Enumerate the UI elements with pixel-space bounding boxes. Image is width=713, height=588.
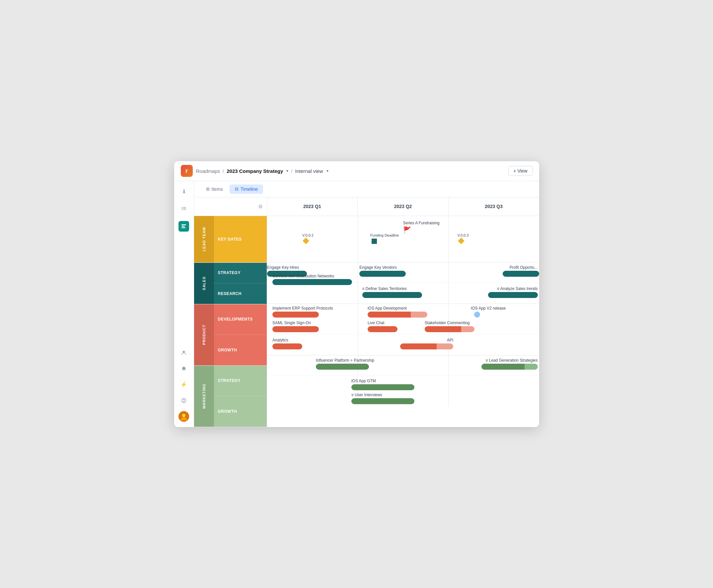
tl-row-sales-research: ≡ Define Sales Territories ≡ Analyze Sal…	[267, 283, 539, 303]
item-stakeholder[interactable]: Stakeholder Commenting	[425, 320, 475, 332]
tl-row-marketing-growth: iOS App GTM ≡ User Interviews	[267, 376, 539, 406]
subgroup-marketing-growth: GROWTH	[214, 396, 267, 427]
q1-div-ss	[358, 262, 358, 283]
item-ios-v2[interactable]: IOS App V2 release	[471, 306, 506, 318]
item-ios-dev-bar-main	[368, 312, 411, 318]
item-saml[interactable]: SAML Single Sign-On	[272, 320, 319, 332]
svg-point-11	[184, 401, 184, 402]
sidebar-icon-help[interactable]	[179, 395, 189, 406]
group-product-label: PRODUCT	[201, 322, 207, 348]
item-ios-dev-bar-light	[411, 312, 427, 318]
item-engage-vendors[interactable]: Engage Key Vendors	[359, 265, 406, 277]
item-livechat[interactable]: Live Chat	[368, 320, 397, 332]
marketing-subgroups: STRATEGY GROWTH	[214, 366, 267, 427]
quarter-q1: 2023 Q1	[267, 197, 358, 216]
group-marketing: MARKETING STRATEGY GROWTH	[194, 366, 267, 427]
q1-div-sr	[358, 283, 358, 303]
settings-icon[interactable]: ⚙	[258, 204, 263, 210]
item-api-bars	[400, 343, 453, 350]
item-api[interactable]: API	[400, 338, 453, 350]
item-saml-bar	[272, 326, 319, 332]
group-sales-label: SALES	[201, 274, 207, 293]
roadmap-body: ⚙ LEAD TEAM KEY DATES	[194, 197, 539, 427]
item-distribution-label: Connect with Distribution Networks	[272, 274, 352, 278]
chevron-down-icon-1[interactable]: ▾	[286, 169, 288, 173]
timeline-body: Series A Fundraising 🚩 V.0.0.2	[267, 216, 539, 427]
item-erp-bar	[272, 312, 319, 318]
flag-series-a-label: Series A Fundraising	[403, 220, 440, 225]
svg-point-9	[183, 351, 185, 353]
svg-rect-3	[183, 208, 186, 209]
tl-row-product-growth: Analytics API	[267, 335, 539, 355]
sidebar-icon-list[interactable]	[179, 204, 189, 214]
item-ios-dev[interactable]: iOS App Development	[368, 306, 427, 318]
breadcrumb-roadmaps[interactable]: Roadmaps	[196, 168, 220, 174]
item-api-bar-main	[400, 343, 437, 350]
sales-subgroups: STRATEGY RESEARCH	[214, 263, 267, 304]
item-analyze-sales[interactable]: ≡ Analyze Sales trends	[488, 286, 538, 298]
breadcrumb: Roadmaps / 2023 Company Strategy ▾ / Int…	[196, 168, 329, 174]
tl-row-sales-strategy: Engage Key Hires Engage Key Vendors	[267, 262, 539, 283]
timeline-area: 2023 Q1 2023 Q2 2023 Q3	[267, 197, 539, 427]
svg-rect-8	[182, 227, 186, 228]
milestone-v002-diamond	[302, 237, 309, 244]
item-lead-gen[interactable]: ≡ Lead Generation Strategies	[481, 358, 538, 370]
svg-rect-0	[182, 207, 183, 208]
item-profit[interactable]: Profit Opportu...	[486, 265, 539, 277]
app-window: r Roadmaps / 2023 Company Strategy ▾ / I…	[174, 161, 539, 427]
chevron-down-icon-2[interactable]: ▾	[327, 169, 329, 173]
breadcrumb-sep-1: /	[223, 168, 224, 174]
sidebar-icon-bell[interactable]	[179, 363, 189, 374]
group-lead-team-label: LEAD TEAM	[201, 224, 207, 254]
left-panel: ⚙ LEAD TEAM KEY DATES	[194, 197, 267, 427]
tab-timeline[interactable]: ⊟ Timeline	[230, 185, 263, 194]
sidebar: ⬇	[174, 181, 194, 427]
item-influencer[interactable]: Influencer Platform + Partnership	[316, 358, 374, 370]
item-stakeholder-label: Stakeholder Commenting	[425, 320, 475, 325]
breadcrumb-view[interactable]: Internal view	[295, 168, 323, 174]
item-erp[interactable]: Implement ERP Support Protocols	[272, 306, 333, 318]
item-ios-v2-dot	[474, 312, 480, 318]
item-ios-gtm[interactable]: iOS App GTM	[351, 379, 414, 390]
logo[interactable]: r	[181, 165, 193, 177]
sidebar-icon-contacts[interactable]	[179, 348, 189, 358]
flag-series-a: Series A Fundraising 🚩	[403, 220, 440, 234]
q1-div-pg	[358, 335, 358, 355]
milestone-v003-label: V.0.0.3	[458, 233, 469, 237]
tab-items[interactable]: ⊞ Items	[201, 185, 228, 194]
item-lead-gen-bar-main	[481, 364, 525, 370]
group-marketing-label: MARKETING	[201, 381, 207, 412]
q2-div-ss	[448, 262, 448, 283]
milestone-v002-label: V.0.0.2	[302, 233, 314, 237]
subgroup-product-growth: GROWTH	[214, 335, 267, 365]
avatar[interactable]	[179, 411, 189, 422]
tl-row-product-dev: Implement ERP Support Protocols iOS App …	[267, 304, 539, 335]
item-engage-vendors-label: Engage Key Vendors	[359, 265, 406, 270]
sidebar-icon-roadmap[interactable]	[179, 221, 189, 232]
subgroup-key-dates: KEY DATES	[214, 216, 267, 262]
item-stakeholder-bar-main	[425, 326, 461, 332]
q2-divider	[448, 216, 448, 262]
svg-rect-2	[182, 208, 183, 209]
subgroup-key-dates-label: KEY DATES	[218, 237, 242, 241]
tl-row-key-dates: Series A Fundraising 🚩 V.0.0.2	[267, 216, 539, 262]
tl-group-product: Implement ERP Support Protocols iOS App …	[267, 304, 539, 355]
item-analytics[interactable]: Analytics	[272, 338, 302, 350]
q1-div-pd	[358, 304, 358, 334]
item-livechat-bar	[368, 326, 397, 332]
svg-rect-1	[183, 207, 186, 208]
add-view-button[interactable]: + View	[508, 166, 532, 176]
group-lead-team: LEAD TEAM KEY DATES	[194, 216, 267, 263]
item-lead-gen-bar-light	[525, 364, 538, 370]
item-stakeholder-bars	[425, 326, 475, 332]
tl-group-sales: Engage Key Hires Engage Key Vendors	[267, 262, 539, 304]
item-analytics-bar	[272, 343, 302, 350]
breadcrumb-strategy[interactable]: 2023 Company Strategy	[227, 168, 283, 174]
sidebar-icon-download[interactable]: ⬇	[179, 187, 189, 197]
item-influencer-bar	[316, 364, 369, 370]
q2-div-sr	[448, 283, 448, 303]
item-define-sales[interactable]: ≡ Define Sales Territories	[362, 286, 422, 298]
group-product: PRODUCT DEVELOPMENTS GROWTH	[194, 304, 267, 366]
sidebar-icon-bolt[interactable]: ⚡	[179, 379, 189, 390]
item-user-interviews[interactable]: ≡ User Interviews	[351, 393, 414, 404]
